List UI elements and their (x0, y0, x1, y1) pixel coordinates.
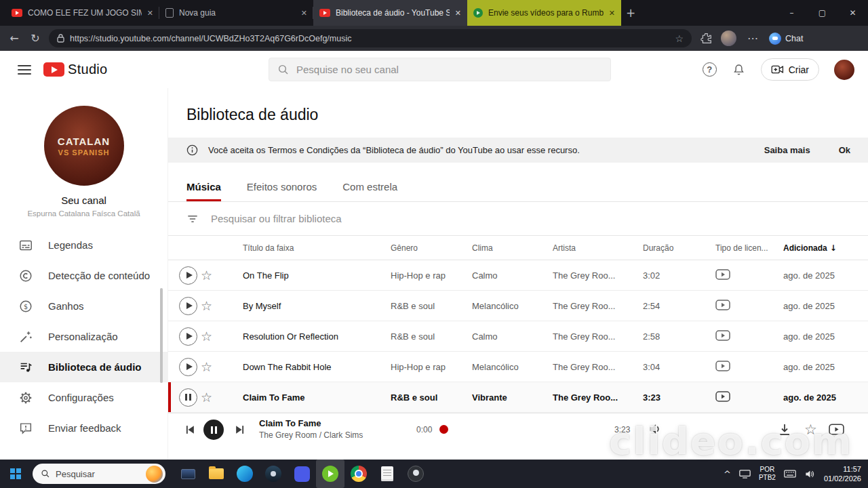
taskbar-app-rumble-active[interactable] (316, 460, 344, 488)
play-button[interactable] (179, 266, 197, 285)
download-icon[interactable] (777, 422, 792, 440)
track-title[interactable]: By Myself (235, 301, 391, 311)
address-bar[interactable]: https://studio.youtube.com/channel/UCWBd… (49, 29, 692, 47)
tab-close-icon[interactable]: ✕ (147, 9, 153, 18)
header-adicionada[interactable]: Adicionada↓ (783, 243, 868, 253)
taskbar-search[interactable] (33, 464, 165, 484)
sidebar-item-ganhos[interactable]: $ Ganhos (0, 291, 167, 321)
browser-tab-active[interactable]: Biblioteca de áudio - YouTube Stu ✕ (313, 0, 467, 26)
channel-search-bar[interactable] (269, 58, 611, 81)
volume-icon[interactable] (648, 422, 663, 439)
star-icon[interactable]: ☆ (201, 268, 212, 283)
play-button[interactable] (179, 327, 197, 346)
search-highlight-icon[interactable] (146, 466, 163, 483)
play-button[interactable] (179, 297, 197, 315)
channel-avatar-large[interactable]: CATALAN VS SPANISH (44, 106, 124, 186)
tab-close-icon[interactable]: ✕ (455, 9, 461, 18)
info-icon (186, 144, 199, 157)
track-row[interactable]: ☆ Down The Rabbit Hole Hip-Hop e rap Mel… (168, 352, 868, 382)
maximize-button[interactable]: ▢ (807, 0, 837, 26)
previous-track-icon[interactable] (183, 423, 197, 439)
player-star-icon[interactable]: ☆ (804, 422, 817, 438)
track-row-playing[interactable]: ☆ Claim To Fame R&B e soul Vibrante The … (168, 382, 868, 413)
studio-logo[interactable]: Studio (43, 62, 108, 77)
tab-musica[interactable]: Música (186, 181, 221, 201)
tab-efeitos-sonoros[interactable]: Efeitos sonoros (247, 181, 317, 201)
tray-chevron-icon[interactable]: ^ (724, 469, 731, 479)
bookmark-star-icon[interactable]: ☆ (675, 33, 684, 44)
browser-tab-1[interactable]: COMO ELE FEZ UM JOGO SIMPLE ✕ (5, 0, 159, 26)
star-icon[interactable]: ☆ (201, 390, 212, 405)
star-icon[interactable]: ☆ (201, 298, 212, 313)
taskbar-app-notepad[interactable] (373, 460, 401, 488)
chat-button[interactable]: Chat (769, 33, 803, 45)
track-title[interactable]: Claim To Fame (235, 392, 391, 403)
clock[interactable]: 11:57 01/02/2026 (824, 464, 861, 484)
refresh-icon[interactable]: ↻ (28, 32, 43, 45)
track-title[interactable]: On The Flip (235, 270, 391, 281)
sidebar-scrollbar[interactable] (160, 288, 163, 383)
header-artista[interactable]: Artista (553, 243, 643, 253)
tray-monitor-icon[interactable] (739, 470, 751, 479)
taskbar-app-pc[interactable] (174, 460, 202, 488)
play-button[interactable] (179, 358, 197, 376)
tab-close-icon[interactable]: ✕ (301, 9, 307, 18)
taskbar-app-steam[interactable] (259, 460, 288, 488)
header-tipo-licenca[interactable]: Tipo de licen... (715, 243, 783, 253)
header-genero[interactable]: Gênero (391, 243, 472, 253)
sidebar-item-configuracoes[interactable]: Configurações (0, 382, 167, 413)
filter-bar[interactable] (168, 202, 868, 236)
pause-button[interactable] (179, 388, 197, 407)
sidebar-item-enviar-feedback[interactable]: Enviar feedback (0, 413, 167, 443)
hamburger-menu-icon[interactable] (18, 65, 31, 75)
taskbar-app-discord[interactable] (288, 460, 316, 488)
header-titulo[interactable]: Título da faixa (235, 243, 391, 253)
taskbar-app-obs[interactable] (401, 460, 430, 488)
notifications-bell-icon[interactable] (732, 62, 746, 77)
close-button[interactable]: ✕ (837, 0, 868, 26)
track-title[interactable]: Resolution Or Reflection (235, 331, 391, 342)
tab-com-estrela[interactable]: Com estrela (342, 181, 397, 201)
channel-search-input[interactable] (296, 64, 602, 75)
sidebar-item-biblioteca-de-audio[interactable]: Biblioteca de áudio (0, 352, 167, 382)
language-indicator[interactable]: POR PTB2 (759, 466, 776, 483)
browser-menu-icon[interactable]: ⋯ (745, 32, 760, 45)
ok-button[interactable]: Ok (839, 145, 850, 155)
header-clima[interactable]: Clima (472, 243, 553, 253)
taskbar-search-input[interactable] (56, 469, 130, 479)
player-license-icon[interactable] (829, 424, 844, 438)
track-row[interactable]: ☆ Resolution Or Reflection R&B e soul Ca… (168, 321, 868, 352)
sidebar-item-personalizacao[interactable]: Personalização (0, 321, 167, 352)
track-row[interactable]: ☆ On The Flip Hip-Hop e rap Calmo The Gr… (168, 260, 868, 291)
tab-close-icon[interactable]: ✕ (609, 9, 615, 18)
track-mood: Calmo (472, 331, 553, 342)
extensions-puzzle-icon[interactable] (701, 33, 712, 44)
filter-input[interactable] (211, 213, 850, 224)
seek-knob[interactable] (439, 425, 448, 434)
touch-keyboard-icon[interactable] (784, 470, 796, 478)
taskbar-app-edge[interactable] (231, 460, 259, 488)
header-duracao[interactable]: Duração (643, 243, 715, 253)
minimize-button[interactable]: – (776, 0, 807, 26)
sidebar-item-legendas[interactable]: Legendas (0, 230, 167, 260)
taskbar-app-chrome[interactable] (344, 460, 373, 488)
back-icon[interactable]: ← (7, 32, 22, 45)
start-button[interactable] (0, 460, 31, 488)
browser-profile-avatar[interactable] (721, 30, 736, 46)
star-icon[interactable]: ☆ (201, 329, 212, 344)
speaker-icon[interactable] (804, 469, 816, 479)
taskbar-app-file-explorer[interactable] (202, 460, 231, 488)
track-row[interactable]: ☆ By Myself R&B e soul Melancólico The G… (168, 291, 868, 321)
player-pause-button[interactable] (203, 420, 224, 440)
browser-tab-rumble[interactable]: Envie seus vídeos para o Rumble ✕ (467, 0, 621, 26)
next-track-icon[interactable] (233, 423, 247, 439)
channel-avatar[interactable] (834, 60, 854, 80)
sidebar-item-deteccao[interactable]: Detecção de conteúdo (0, 260, 167, 291)
star-icon[interactable]: ☆ (201, 359, 212, 374)
browser-tab-2[interactable]: Nova guia ✕ (159, 0, 313, 26)
create-button[interactable]: Criar (761, 58, 819, 81)
new-tab-button[interactable]: + (621, 0, 640, 26)
learn-more-button[interactable]: Saiba mais (764, 145, 810, 155)
track-title[interactable]: Down The Rabbit Hole (235, 362, 391, 372)
help-icon[interactable]: ? (703, 62, 717, 77)
